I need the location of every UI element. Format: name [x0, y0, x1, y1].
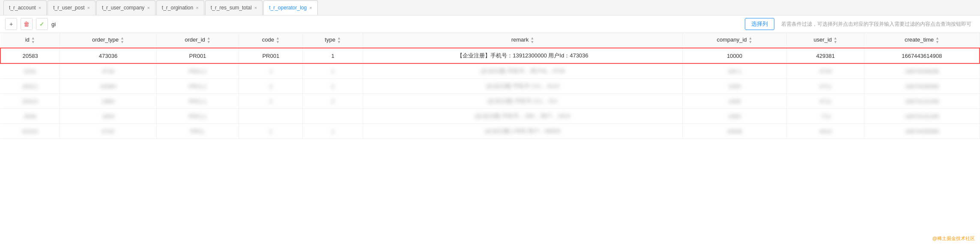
- sort-icon[interactable]: ▲▼: [337, 36, 341, 44]
- sort-icon[interactable]: ▲▼: [834, 36, 837, 44]
- col-header-user_id[interactable]: user_id▲▼: [787, 33, 864, 48]
- sort-icon[interactable]: ▲▼: [207, 36, 211, 44]
- cell-code: [239, 109, 303, 124]
- cell-company_id: 1000: [682, 79, 786, 94]
- col-header-id[interactable]: id▲▼: [0, 33, 60, 48]
- sort-icon[interactable]: ▲▼: [935, 36, 939, 44]
- cell-order_id: PRCL: [156, 124, 239, 139]
- cell-type: 2: [303, 79, 363, 94]
- col-label: remark: [511, 36, 529, 43]
- cell-code: 2: [239, 79, 303, 94]
- tab-t_r_res_sum_total[interactable]: t_r_res_sum_total×: [205, 0, 263, 15]
- table-row[interactable]: 20441604PRCL1[企业注册] 手机号... 200... 用户... …: [0, 109, 980, 124]
- table-row[interactable]: 610106720PRCL11[企业注册] 1号码 用户... 66920100…: [0, 124, 980, 139]
- table-body: 20583473036PR001PR0011【企业注册】手机号：13912300…: [0, 48, 980, 139]
- tab-t_r_user_post[interactable]: t_r_user_post×: [48, 0, 96, 15]
- table-row[interactable]: 20413196HPRCL122[企业注册] 手机号 111... 311100…: [0, 94, 980, 109]
- table-wrapper: id▲▼order_type▲▼order_id▲▼code▲▼type▲▼re…: [0, 33, 980, 139]
- cell-create_time: 16674131340: [864, 94, 980, 109]
- cell-id: 20413: [0, 94, 60, 109]
- cell-user_id: 4724: [787, 63, 864, 79]
- cell-code: 1: [239, 124, 303, 139]
- sort-icon[interactable]: ▲▼: [31, 36, 35, 44]
- cell-company_id: 104 1: [682, 63, 786, 79]
- col-label: code: [262, 36, 274, 43]
- table-row[interactable]: 204111936HPRCL122[企业注册] 手机号 111... 31141…: [0, 79, 980, 94]
- cell-id: 20583: [0, 48, 60, 63]
- cell-id: 20411: [0, 79, 60, 94]
- col-header-create_time[interactable]: create_time▲▼: [864, 33, 980, 48]
- cell-user_id: -711: [787, 109, 864, 124]
- tab-label: t_r_user_company: [102, 5, 144, 11]
- tab-bar: t_r_account×t_r_user_post×t_r_user_compa…: [0, 0, 980, 15]
- tab-t_r_operator_log[interactable]: t_r_operator_log×: [263, 0, 318, 15]
- cell-order_id: PR001: [156, 48, 239, 63]
- cell-order_id: PRCL1: [156, 63, 239, 79]
- cell-user_id: 4711: [787, 79, 864, 94]
- cell-order_id: PRCL1: [156, 79, 239, 94]
- cell-remark: [企业注册] 1号码 用户... 66920: [363, 124, 682, 139]
- tab-t_r_user_company[interactable]: t_r_user_company×: [96, 0, 155, 15]
- sort-icon[interactable]: ▲▼: [276, 36, 280, 44]
- tab-close-icon[interactable]: ×: [87, 6, 90, 10]
- cell-type: [303, 109, 363, 124]
- cell-company_id: 10000: [682, 48, 786, 63]
- cell-type: 1: [303, 48, 363, 63]
- delete-button[interactable]: 🗑: [21, 18, 33, 30]
- cell-remark: 【企业注册】手机号：13912300000 用户Id：473036: [363, 48, 682, 63]
- col-header-company_id[interactable]: company_id▲▼: [682, 33, 786, 48]
- cell-company_id: 10006: [682, 124, 786, 139]
- cell-type: 1: [303, 63, 363, 79]
- col-label: id: [25, 36, 30, 43]
- filter-hint: 若需条件过滤，可选择列并点击对应的字段并输入需要过滤的内容点击查询按钮即可: [778, 21, 975, 28]
- col-label: user_id: [813, 36, 832, 43]
- cell-remark: [企业注册] 手机号 111... 311: [363, 94, 682, 109]
- tab-t_r_account[interactable]: t_r_account×: [3, 0, 47, 15]
- cell-type: 1: [303, 124, 363, 139]
- tab-close-icon[interactable]: ×: [196, 6, 198, 10]
- cell-create_time: 16674438436: [864, 63, 980, 79]
- cell-order_id: PRCL1: [156, 94, 239, 109]
- tab-close-icon[interactable]: ×: [254, 6, 257, 10]
- col-header-order_type[interactable]: order_type▲▼: [60, 33, 156, 48]
- cell-code: 2: [239, 94, 303, 109]
- tab-close-icon[interactable]: ×: [39, 6, 41, 10]
- col-label: type: [325, 36, 335, 43]
- cell-order_type: 6720: [60, 124, 156, 139]
- table-header-row: id▲▼order_type▲▼order_id▲▼code▲▼type▲▼re…: [0, 33, 980, 48]
- col-header-order_id[interactable]: order_id▲▼: [156, 33, 239, 48]
- table-row-highlighted[interactable]: 20583473036PR001PR0011【企业注册】手机号：13912300…: [0, 48, 980, 63]
- cell-remark: [企业注册] 手机号 111... 3114: [363, 79, 682, 94]
- sort-icon[interactable]: ▲▼: [530, 36, 534, 44]
- cell-company_id: 1000: [682, 109, 786, 124]
- cell-create_time: 1667443614908: [864, 48, 980, 63]
- cell-id: 2241: [0, 63, 60, 79]
- add-button[interactable]: +: [5, 18, 17, 30]
- sort-icon[interactable]: ▲▼: [749, 36, 753, 44]
- cell-id: 2044: [0, 109, 60, 124]
- cell-company_id: 1000: [682, 94, 786, 109]
- select-column-button[interactable]: 选择列: [745, 18, 774, 30]
- col-label: company_id: [717, 36, 747, 43]
- tab-label: t_r_operator_log: [269, 5, 307, 11]
- col-header-remark[interactable]: remark▲▼: [363, 33, 682, 48]
- col-label: create_time: [905, 36, 934, 43]
- tab-t_r_orgination[interactable]: t_r_orgination×: [156, 0, 204, 15]
- cell-order_type: 1604: [60, 109, 156, 124]
- cell-user_id: 4414: [787, 124, 864, 139]
- cell-user_id: 429381: [787, 48, 864, 63]
- filter-text: gi: [51, 21, 56, 27]
- cell-id: 61010: [0, 124, 60, 139]
- cell-create_time: 16674436580: [864, 79, 980, 94]
- cell-order_type: 473036: [60, 48, 156, 63]
- col-header-code[interactable]: code▲▼: [239, 33, 303, 48]
- col-label: order_type: [92, 36, 119, 43]
- table-row[interactable]: 22414734PRCL111[企业注册] 手机号... 用户Id... 473…: [0, 63, 980, 79]
- confirm-button[interactable]: ✓: [36, 18, 48, 30]
- sort-icon[interactable]: ▲▼: [120, 36, 124, 44]
- tab-close-icon[interactable]: ×: [309, 6, 312, 10]
- tab-label: t_r_orgination: [162, 5, 193, 11]
- cell-user_id: 4711: [787, 94, 864, 109]
- tab-close-icon[interactable]: ×: [147, 6, 149, 10]
- col-header-type[interactable]: type▲▼: [303, 33, 363, 48]
